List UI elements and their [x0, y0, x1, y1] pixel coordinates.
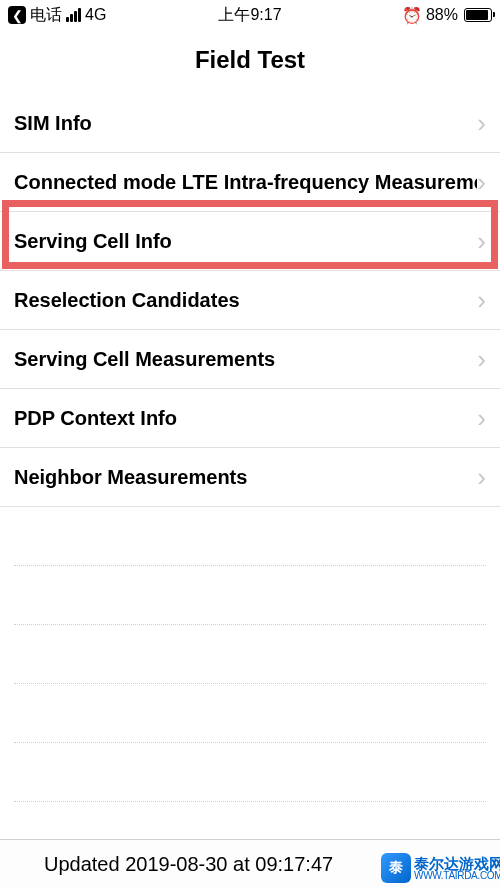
empty-row — [14, 566, 486, 625]
row-label: Serving Cell Measurements — [14, 348, 275, 371]
empty-row — [14, 507, 486, 566]
alarm-icon: ⏰ — [402, 6, 422, 25]
chevron-right-icon: › — [477, 285, 486, 316]
updated-text: Updated 2019-08-30 at 09:17:47 — [44, 853, 333, 876]
chevron-right-icon: › — [477, 344, 486, 375]
chevron-right-icon: › — [477, 167, 486, 198]
status-left: ❮ 电话 4G — [8, 5, 106, 26]
watermark-url: WWW.TAIRDA.COM — [414, 871, 500, 881]
empty-row — [14, 743, 486, 802]
battery-icon — [464, 8, 492, 22]
row-sim-info[interactable]: SIM Info › — [0, 94, 500, 153]
empty-row — [14, 625, 486, 684]
row-serving-cell-measurements[interactable]: Serving Cell Measurements › — [0, 330, 500, 389]
chevron-right-icon: › — [477, 403, 486, 434]
chevron-right-icon: › — [477, 108, 486, 139]
row-label: Serving Cell Info — [14, 230, 172, 253]
menu-list: SIM Info › Connected mode LTE Intra-freq… — [0, 94, 500, 802]
chevron-right-icon: › — [477, 226, 486, 257]
row-pdp-context-info[interactable]: PDP Context Info › — [0, 389, 500, 448]
battery-percent: 88% — [426, 6, 458, 24]
watermark: 泰 泰尔达游戏网 WWW.TAIRDA.COM — [381, 853, 500, 883]
row-serving-cell-info[interactable]: Serving Cell Info › — [0, 212, 500, 271]
row-label: PDP Context Info — [14, 407, 177, 430]
row-label: Neighbor Measurements — [14, 466, 247, 489]
watermark-logo-icon: 泰 — [381, 853, 411, 883]
signal-icon — [66, 8, 81, 22]
row-neighbor-measurements[interactable]: Neighbor Measurements › — [0, 448, 500, 507]
chevron-right-icon: › — [477, 462, 486, 493]
watermark-title: 泰尔达游戏网 — [414, 856, 500, 871]
back-to-app-icon[interactable]: ❮ — [8, 6, 26, 24]
status-bar: ❮ 电话 4G 上午9:17 ⏰ 88% — [0, 0, 500, 30]
nav-header: Field Test — [0, 30, 500, 94]
row-label: Reselection Candidates — [14, 289, 240, 312]
network-label: 4G — [85, 6, 106, 24]
back-app-label[interactable]: 电话 — [30, 5, 62, 26]
row-connected-mode-lte[interactable]: Connected mode LTE Intra-frequency Measu… — [0, 153, 500, 212]
row-label: SIM Info — [14, 112, 92, 135]
status-right: ⏰ 88% — [402, 6, 492, 25]
page-title: Field Test — [0, 46, 500, 74]
row-label: Connected mode LTE Intra-frequency Measu… — [14, 171, 477, 194]
row-reselection-candidates[interactable]: Reselection Candidates › — [0, 271, 500, 330]
empty-row — [14, 684, 486, 743]
status-time: 上午9:17 — [218, 5, 281, 26]
